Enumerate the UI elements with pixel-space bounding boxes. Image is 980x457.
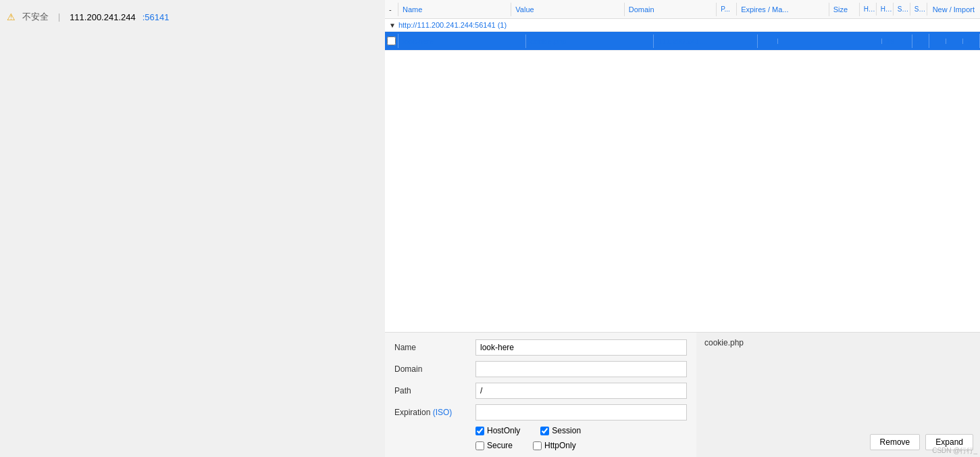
header-h1[interactable]: H... bbox=[860, 3, 877, 16]
http-only-checkbox[interactable] bbox=[533, 441, 542, 450]
url-port: :56141 bbox=[143, 12, 170, 22]
remove-button[interactable]: Remove bbox=[870, 434, 921, 450]
name-row: Name bbox=[394, 339, 687, 356]
session-checkbox[interactable] bbox=[540, 427, 549, 435]
path-input[interactable] bbox=[475, 383, 687, 399]
browser-top-bar: ⚠ 不安全 | 111.200.241.244:56141 bbox=[0, 0, 385, 34]
domain-row-form: Domain bbox=[394, 361, 687, 377]
header-value[interactable]: Value bbox=[511, 3, 624, 16]
cookie-size: 19 bbox=[882, 34, 912, 48]
checkboxes-group-2: Secure HttpOnly bbox=[475, 441, 576, 450]
cookie-path bbox=[758, 39, 778, 44]
header-path[interactable]: P... bbox=[717, 3, 737, 16]
details-form: Name Domain Path Expiration (ISO) bbox=[385, 333, 696, 457]
host-only-label: HostOnly bbox=[487, 426, 520, 435]
row-checkbox[interactable] bbox=[385, 34, 398, 48]
header-size[interactable]: Size bbox=[829, 3, 860, 16]
cookie-h2 bbox=[929, 39, 946, 44]
cookie-h1: ✓ bbox=[912, 34, 929, 48]
secure-checkbox[interactable] bbox=[475, 441, 484, 450]
checkboxes-row: HostOnly Session bbox=[394, 426, 687, 435]
devtools-panel: - Name Value Domain P... Expires / Ma...… bbox=[385, 0, 980, 457]
expiration-label: Expiration (ISO) bbox=[394, 408, 469, 417]
details-panel: Name Domain Path Expiration (ISO) bbox=[385, 332, 980, 457]
domain-label: http://111.200.241.244:56141 (1) bbox=[398, 21, 507, 29]
url-host: 111.200.241.244 bbox=[70, 12, 136, 22]
checkboxes-row-2: Secure HttpOnly bbox=[394, 441, 687, 450]
secure-label: Secure bbox=[487, 441, 513, 450]
watermark: CSDN @行行_ bbox=[932, 446, 977, 456]
header-name[interactable]: Name bbox=[398, 3, 511, 16]
table-row[interactable]: look-here cookie.php 111.200.241.... 19 … bbox=[385, 32, 980, 51]
http-only-label: HttpOnly bbox=[544, 441, 576, 450]
cookie-value: cookie.php bbox=[526, 34, 654, 48]
http-only-checkbox-item[interactable]: HttpOnly bbox=[533, 441, 576, 450]
domain-label-form: Domain bbox=[394, 364, 469, 374]
name-label: Name bbox=[394, 343, 469, 352]
warning-icon: ⚠ bbox=[7, 11, 16, 22]
cookie-expires bbox=[778, 39, 882, 44]
not-secure-label: 不安全 bbox=[22, 11, 49, 23]
session-label: Session bbox=[552, 426, 581, 435]
expand-icon: ▼ bbox=[389, 22, 396, 29]
header-expires[interactable]: Expires / Ma... bbox=[737, 3, 829, 16]
host-only-checkbox[interactable] bbox=[475, 427, 484, 435]
name-input[interactable] bbox=[475, 339, 687, 356]
new-import-button[interactable]: New / Import bbox=[927, 4, 980, 15]
header-dash: - bbox=[385, 3, 398, 16]
cookie-s2: ✓ bbox=[963, 34, 980, 48]
host-only-checkbox-item[interactable]: HostOnly bbox=[475, 426, 520, 435]
domain-row[interactable]: ▼ http://111.200.241.244:56141 (1) bbox=[385, 19, 980, 32]
expiration-row: Expiration (ISO) bbox=[394, 404, 687, 420]
expiration-input[interactable] bbox=[475, 404, 687, 420]
details-value-area: cookie.php Remove Expand bbox=[696, 333, 980, 457]
domain-input[interactable] bbox=[475, 361, 687, 377]
cookie-table-header: - Name Value Domain P... Expires / Ma...… bbox=[385, 0, 980, 19]
cookie-name: look-here bbox=[398, 34, 526, 48]
cookie-checkbox[interactable] bbox=[387, 37, 396, 45]
checkboxes-group: HostOnly Session bbox=[475, 426, 581, 435]
secure-checkbox-item[interactable]: Secure bbox=[475, 441, 513, 450]
header-s2[interactable]: S... bbox=[910, 3, 927, 16]
expiration-iso: (ISO) bbox=[433, 408, 453, 417]
session-checkbox-item[interactable]: Session bbox=[540, 426, 581, 435]
browser-chrome: ⚠ 不安全 | 111.200.241.244:56141 bbox=[0, 0, 385, 457]
path-row: Path bbox=[394, 383, 687, 399]
cookie-rows-area: look-here cookie.php 111.200.241.... 19 … bbox=[385, 32, 980, 51]
separator: | bbox=[58, 12, 60, 22]
cookie-domain: 111.200.241.... bbox=[654, 34, 758, 48]
path-label: Path bbox=[394, 386, 469, 395]
cookie-s1 bbox=[946, 39, 963, 44]
header-domain[interactable]: Domain bbox=[625, 3, 717, 16]
header-s1[interactable]: S... bbox=[894, 3, 910, 16]
header-h2[interactable]: H... bbox=[877, 3, 894, 16]
cookie-value-display: cookie.php bbox=[704, 338, 972, 347]
cookies-empty-area bbox=[385, 51, 980, 332]
